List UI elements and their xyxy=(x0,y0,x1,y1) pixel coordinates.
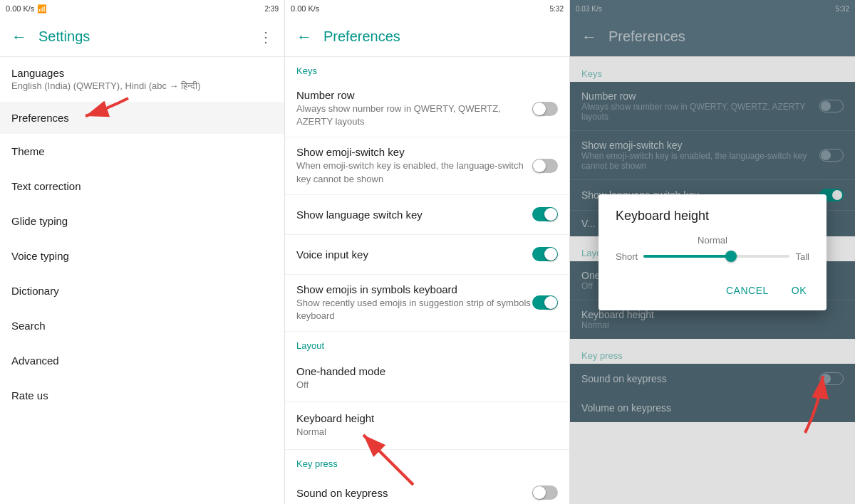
pref-number-row-text: Number row Always show number row in QWE… xyxy=(296,89,532,128)
toggle-language-switch[interactable] xyxy=(532,207,558,221)
pref-number-row[interactable]: Number row Always show number row in QWE… xyxy=(285,80,569,137)
pref-emoji-switch-desc: When emoji-switch key is enabled, the la… xyxy=(296,159,532,185)
slider-min-label: Short xyxy=(616,251,638,262)
bluetooth-icon: 📶 xyxy=(37,4,47,14)
back-button-1[interactable]: ← xyxy=(11,28,27,46)
preferences-app-bar: ← Preferences xyxy=(285,17,569,57)
settings-title: Settings xyxy=(38,28,259,45)
pref-number-row-desc: Always show number row in QWERTY, QWERTZ… xyxy=(296,103,532,128)
toggle-voice-input-thumb xyxy=(544,248,557,261)
more-options-button[interactable]: ⋮ xyxy=(259,28,273,46)
pref-show-emojis-title: Show emojis in symbols keyboard xyxy=(296,283,532,295)
pref-keyboard-height-title: Keyboard height xyxy=(296,412,558,424)
pref-one-handed-title: One-handed mode xyxy=(296,365,558,377)
dialog-cancel-button[interactable]: CANCEL xyxy=(717,279,777,302)
arrow-to-ok xyxy=(762,362,834,447)
pref-show-emojis[interactable]: Show emojis in symbols keyboard Show rec… xyxy=(285,275,569,332)
dialog-body: Normal Short Tall xyxy=(598,235,826,273)
toggle-sound-keypress[interactable] xyxy=(532,485,558,500)
nav-item-languages-title: Languages xyxy=(11,67,273,79)
nav-item-glide-typing[interactable]: Glide typing xyxy=(0,204,284,238)
keyboard-height-dialog: Keyboard height Normal Short Tall CANCEL… xyxy=(598,194,826,310)
nav-item-advanced[interactable]: Advanced xyxy=(0,343,284,378)
nav-item-search[interactable]: Search xyxy=(0,308,284,343)
slider-container: Short Tall xyxy=(616,251,809,262)
nav-item-text-correction[interactable]: Text correction xyxy=(0,169,284,204)
toggle-emoji-switch[interactable] xyxy=(532,159,558,173)
dialog-actions: CANCEL OK xyxy=(598,273,826,310)
time-2: 5:32 xyxy=(550,5,564,13)
nav-item-languages[interactable]: Languages English (India) (QWERTY), Hind… xyxy=(0,57,284,102)
dialog-overlay: Keyboard height Normal Short Tall CANCEL… xyxy=(570,0,855,504)
toggle-sound-keypress-thumb xyxy=(533,486,546,499)
toggle-voice-input[interactable] xyxy=(532,247,558,261)
dialog-ok-button[interactable]: OK xyxy=(783,279,815,302)
nav-item-preferences[interactable]: Preferences xyxy=(0,102,284,134)
toggle-number-row-thumb xyxy=(533,103,546,115)
pref-emoji-switch-text: Show emoji-switch key When emoji-switch … xyxy=(296,146,532,185)
pref-voice-input-text: Voice input key xyxy=(296,248,532,261)
preferences-panel: 0.00 K/s 5:32 ← Preferences Keys Number … xyxy=(285,0,570,504)
pref-keyboard-height-desc: Normal xyxy=(296,426,558,439)
settings-app-bar: ← Settings ⋮ xyxy=(0,17,284,57)
toggle-show-emojis[interactable] xyxy=(532,295,558,310)
pref-one-handed-desc: Off xyxy=(296,379,558,392)
preferences-title-2: Preferences xyxy=(323,28,558,45)
pref-language-switch-text: Show language switch key xyxy=(296,209,532,221)
section-key-press-header: Key press xyxy=(285,450,569,473)
status-bar-right-1: 2:39 xyxy=(265,5,279,13)
status-bar-left-2: 0.00 K/s xyxy=(291,4,319,13)
preferences-panel-3: 0.03 K/s 5:32 ← Preferences Keys Number … xyxy=(570,0,855,504)
settings-panel: 0.00 K/s 📶 2:39 ← Settings ⋮ Languages E… xyxy=(0,0,285,504)
nav-item-preferences-title: Preferences xyxy=(11,112,273,124)
pref-language-switch[interactable]: Show language switch key xyxy=(285,195,569,235)
slider-track[interactable] xyxy=(643,255,789,258)
pref-number-row-title: Number row xyxy=(296,89,532,101)
status-bar-right-2: 5:32 xyxy=(550,5,564,13)
pref-sound-keypress-title: Sound on keypress xyxy=(296,487,532,499)
pref-one-handed-mode[interactable]: One-handed mode Off xyxy=(285,355,569,402)
pref-voice-input-title: Voice input key xyxy=(296,248,532,261)
slider-max-label: Tall xyxy=(795,251,809,262)
nav-item-voice-typing[interactable]: Voice typing xyxy=(0,238,284,273)
pref-keyboard-height[interactable]: Keyboard height Normal xyxy=(285,402,569,449)
pref-show-emojis-text: Show emojis in symbols keyboard Show rec… xyxy=(296,283,532,322)
slider-current-label: Normal xyxy=(616,235,809,246)
time-1: 2:39 xyxy=(265,5,279,13)
nav-item-languages-sub: English (India) (QWERTY), Hindi (abc → ह… xyxy=(11,80,273,92)
nav-item-theme[interactable]: Theme xyxy=(0,134,284,169)
section-layout-header: Layout xyxy=(285,332,569,355)
pref-sound-keypress[interactable]: Sound on keypress xyxy=(285,473,569,505)
nav-item-dictionary[interactable]: Dictionary xyxy=(0,273,284,308)
pref-show-emojis-desc: Show recently used emojis in suggestion … xyxy=(296,297,532,322)
pref-language-switch-title: Show language switch key xyxy=(296,209,532,221)
toggle-emoji-switch-thumb xyxy=(533,159,546,172)
nav-item-rate-us[interactable]: Rate us xyxy=(0,378,284,413)
back-button-2[interactable]: ← xyxy=(296,28,312,46)
pref-emoji-switch[interactable]: Show emoji-switch key When emoji-switch … xyxy=(285,137,569,194)
slider-fill xyxy=(643,255,731,258)
toggle-number-row[interactable] xyxy=(532,102,558,116)
dialog-title: Keyboard height xyxy=(598,194,826,235)
data-speed-2: 0.00 K/s xyxy=(291,4,319,13)
toggle-language-switch-thumb xyxy=(544,208,557,221)
settings-nav-list: Languages English (India) (QWERTY), Hind… xyxy=(0,57,284,504)
slider-thumb[interactable] xyxy=(725,251,737,262)
status-bar-1: 0.00 K/s 📶 2:39 xyxy=(0,0,284,17)
preferences-list: Keys Number row Always show number row i… xyxy=(285,57,569,504)
toggle-show-emojis-thumb xyxy=(544,296,557,309)
data-speed-1: 0.00 K/s xyxy=(6,4,34,13)
pref-sound-keypress-text: Sound on keypress xyxy=(296,487,532,499)
pref-emoji-switch-title: Show emoji-switch key xyxy=(296,146,532,158)
status-bar-left-1: 0.00 K/s 📶 xyxy=(6,4,47,14)
status-bar-2: 0.00 K/s 5:32 xyxy=(285,0,569,17)
section-keys-header: Keys xyxy=(285,57,569,80)
pref-voice-input[interactable]: Voice input key xyxy=(285,235,569,275)
